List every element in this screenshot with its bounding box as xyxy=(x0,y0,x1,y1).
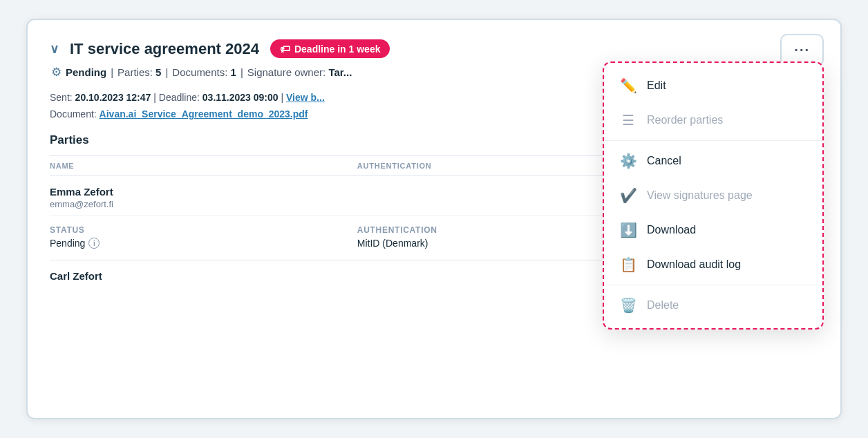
main-card: ∨ IT service agreement 2024 🏷 Deadline i… xyxy=(26,19,842,419)
deadline-badge-label: Deadline in 1 week xyxy=(294,44,381,55)
sent-label: Sent: xyxy=(50,92,73,103)
sent-date: 20.10.2023 12:47 xyxy=(75,92,151,103)
status-col-value: Pending i xyxy=(50,238,357,249)
carl-name-col: Carl Zefort xyxy=(50,270,357,282)
flag-icon: 🏷 xyxy=(280,43,290,55)
menu-item-view-signatures[interactable]: ✔️ View signatures page xyxy=(604,178,822,213)
status-col-label: Status xyxy=(50,225,357,235)
party-email: emma@zefort.fi xyxy=(50,199,357,209)
status-separator-2: | xyxy=(165,66,168,78)
menu-item-edit[interactable]: ✏️ Edit xyxy=(604,68,822,103)
menu-item-cancel[interactable]: ⚙️ Cancel xyxy=(604,144,822,178)
document-link[interactable]: Aivan.ai_Service_Agreement_demo_2023.pdf xyxy=(100,108,308,120)
deadline-badge: 🏷 Deadline in 1 week xyxy=(270,39,390,58)
deadline-date: 03.11.2023 09:00 xyxy=(202,92,279,103)
cancel-label: Cancel xyxy=(647,155,681,167)
cancel-icon: ⚙️ xyxy=(619,153,637,169)
edit-label: Edit xyxy=(647,79,666,92)
audit-log-icon: 📋 xyxy=(619,256,637,273)
delete-label: Delete xyxy=(647,299,679,312)
edit-icon: ✏️ xyxy=(619,77,637,94)
col-header-name: NAME xyxy=(50,162,357,170)
menu-item-delete[interactable]: 🗑️ Delete xyxy=(604,288,822,323)
download-label: Download xyxy=(647,224,696,236)
reorder-icon: ☰ xyxy=(619,112,637,128)
parties-text: Parties: 5 xyxy=(117,66,161,78)
menu-divider-1 xyxy=(604,140,822,141)
menu-item-download-audit[interactable]: 📋 Download audit log xyxy=(604,247,822,282)
download-audit-label: Download audit log xyxy=(647,258,741,271)
status-separator-3: | xyxy=(240,66,243,78)
status-col: Status Pending i xyxy=(50,225,357,249)
menu-divider-2 xyxy=(604,285,822,285)
status-separator-1: | xyxy=(111,66,113,78)
info-icon[interactable]: i xyxy=(88,238,100,249)
documents-text: Documents: 1 xyxy=(172,66,236,78)
owner-text: Signature owner: Tar... xyxy=(247,66,352,78)
delete-icon: 🗑️ xyxy=(619,297,637,314)
chevron-icon[interactable]: ∨ xyxy=(50,41,59,57)
status-gear-icon: ⚙ xyxy=(51,65,62,79)
carl-party-name: Carl Zefort xyxy=(50,270,357,282)
signatures-icon: ✔️ xyxy=(619,187,637,204)
document-label: Document: xyxy=(50,108,97,120)
header-row: ∨ IT service agreement 2024 🏷 Deadline i… xyxy=(50,39,818,58)
menu-item-download[interactable]: ⬇️ Download xyxy=(604,213,822,247)
view-signatures-label: View signatures page xyxy=(647,189,753,202)
menu-item-reorder-parties[interactable]: ☰ Reorder parties xyxy=(604,103,822,137)
page-title: IT service agreement 2024 xyxy=(70,40,259,58)
reorder-label: Reorder parties xyxy=(647,114,723,126)
view-link[interactable]: View b... xyxy=(286,92,325,103)
status-label: Pending xyxy=(66,66,106,78)
party-name-col: Emma Zefort emma@zefort.fi xyxy=(50,186,357,209)
download-icon: ⬇️ xyxy=(619,222,637,238)
dropdown-menu: ✏️ Edit ☰ Reorder parties ⚙️ Cancel ✔️ V… xyxy=(603,61,824,330)
party-name: Emma Zefort xyxy=(50,186,357,198)
